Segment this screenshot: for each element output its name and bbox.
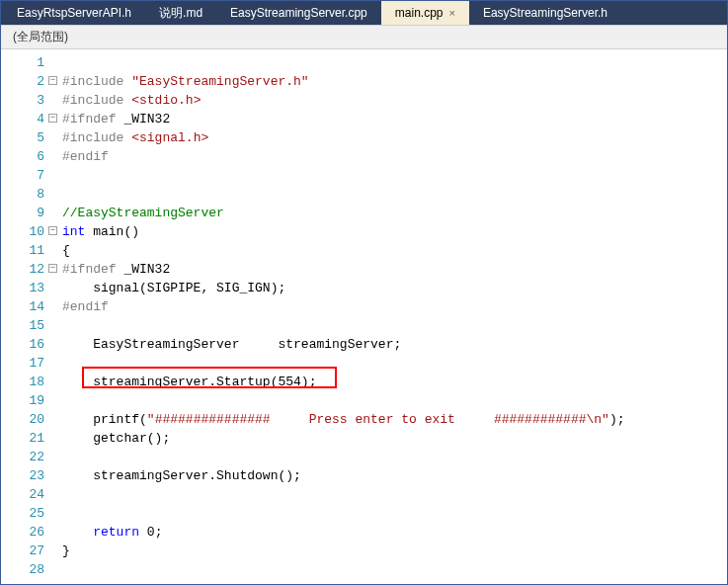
line-number: 6: [1, 147, 44, 166]
code-token: signal(SIGPIPE, SIG_IGN);: [62, 281, 285, 295]
code-line[interactable]: getchar();: [62, 429, 727, 448]
code-line[interactable]: #ifndef _WIN32: [62, 110, 727, 128]
code-token: #include: [62, 130, 131, 145]
code-token: }: [62, 543, 70, 558]
tab-EasyStreamingServer-h[interactable]: EasyStreamingServer.h: [469, 1, 621, 25]
close-icon[interactable]: ×: [449, 7, 455, 19]
line-number: 8: [1, 185, 44, 204]
code-token: #endif: [62, 299, 109, 314]
code-line[interactable]: return 0;: [62, 523, 727, 542]
code-line[interactable]: #endif: [62, 297, 727, 316]
code-token: getchar();: [62, 431, 170, 446]
line-number: 10: [1, 222, 44, 241]
line-number: 22: [1, 448, 44, 466]
code-token: );: [609, 412, 625, 427]
tab-label: 说明.md: [159, 5, 202, 22]
code-line[interactable]: #include "EasyStreamingServer.h": [62, 72, 727, 91]
code-editor[interactable]: 1234567891011121314151617181920212223242…: [1, 49, 727, 585]
code-line[interactable]: [62, 53, 727, 72]
code-token: int: [62, 224, 85, 239]
code-line[interactable]: //EasyStreamingServer: [62, 204, 727, 222]
code-token: main(): [85, 224, 139, 239]
line-number: 7: [1, 166, 44, 185]
scope-label: (全局范围): [13, 30, 68, 43]
line-number: 25: [1, 504, 44, 523]
code-line[interactable]: #ifndef _WIN32: [62, 260, 727, 279]
code-token: _WIN32: [117, 262, 171, 277]
fold-toggle-icon[interactable]: −: [48, 114, 57, 123]
code-token: [62, 525, 93, 540]
line-number: 18: [1, 373, 44, 391]
line-number: 14: [1, 297, 44, 316]
code-token: <signal.h>: [131, 130, 208, 145]
tab-label: main.cpp: [395, 6, 444, 20]
line-number: 20: [1, 410, 44, 429]
code-line[interactable]: signal(SIGPIPE, SIG_IGN);: [62, 279, 727, 297]
code-token: _WIN32: [117, 112, 171, 126]
tab-bar: EasyRtspServerAPI.h说明.mdEasyStreamingSer…: [1, 1, 727, 25]
code-token: printf(: [62, 412, 147, 427]
code-line[interactable]: #endif: [62, 147, 727, 166]
code-token: //EasyStreamingServer: [62, 206, 224, 220]
code-line[interactable]: [62, 504, 727, 523]
line-number: 2: [1, 72, 44, 91]
tab-label: EasyStreamingServer.cpp: [230, 6, 367, 20]
tab-label: EasyStreamingServer.h: [483, 6, 607, 20]
code-token: {: [62, 243, 70, 258]
line-number: 28: [1, 560, 44, 579]
code-line[interactable]: [62, 391, 727, 410]
line-number: 23: [1, 466, 44, 485]
code-line[interactable]: {: [62, 241, 727, 260]
fold-toggle-icon[interactable]: −: [48, 76, 57, 85]
tab-main-cpp[interactable]: main.cpp×: [381, 1, 469, 25]
code-line[interactable]: [62, 560, 727, 579]
code-area[interactable]: #include "EasyStreamingServer.h"#include…: [62, 49, 727, 585]
tab-EasyStreamingServer-cpp[interactable]: EasyStreamingServer.cpp: [216, 1, 381, 25]
code-token: #ifndef: [62, 112, 117, 126]
code-token: #endif: [62, 149, 109, 164]
code-line[interactable]: [62, 448, 727, 466]
line-number: 27: [1, 542, 44, 560]
line-number: 13: [1, 279, 44, 297]
code-token: #include: [62, 74, 131, 89]
code-token: streamingServer.Shutdown();: [62, 468, 301, 483]
line-number: 12: [1, 260, 44, 279]
code-line[interactable]: [62, 166, 727, 185]
code-line[interactable]: [62, 354, 727, 373]
code-token: return: [93, 525, 139, 540]
scope-dropdown[interactable]: (全局范围): [1, 25, 727, 49]
code-line[interactable]: int main(): [62, 222, 727, 241]
code-token: "EasyStreamingServer.h": [131, 74, 308, 89]
fold-toggle-icon[interactable]: −: [48, 226, 57, 235]
code-token: #include: [62, 93, 131, 108]
code-line[interactable]: #include <signal.h>: [62, 128, 727, 147]
code-token: <stdio.h>: [131, 93, 201, 108]
tab-EasyRtspServerAPI-h[interactable]: EasyRtspServerAPI.h: [3, 1, 145, 25]
line-number: 19: [1, 391, 44, 410]
line-number: 3: [1, 91, 44, 110]
fold-toggle-icon[interactable]: −: [48, 264, 57, 273]
code-line[interactable]: printf("############### Press enter to e…: [62, 410, 727, 429]
code-line[interactable]: [62, 185, 727, 204]
tab-说明-md[interactable]: 说明.md: [145, 1, 216, 25]
line-number: 15: [1, 316, 44, 335]
line-number: 9: [1, 204, 44, 222]
code-line[interactable]: [62, 316, 727, 335]
code-line[interactable]: }: [62, 542, 727, 560]
line-number: 16: [1, 335, 44, 354]
code-line[interactable]: #include <stdio.h>: [62, 91, 727, 110]
line-number: 17: [1, 354, 44, 373]
code-token: 0;: [139, 525, 162, 540]
line-number: 5: [1, 128, 44, 147]
code-line[interactable]: [62, 485, 727, 504]
line-number-gutter: 1234567891011121314151617181920212223242…: [1, 49, 62, 585]
code-token: "############### Press enter to exit ###…: [147, 412, 609, 427]
line-number: 4: [1, 110, 44, 128]
line-number: 24: [1, 485, 44, 504]
code-line[interactable]: streamingServer.Shutdown();: [62, 466, 727, 485]
code-line[interactable]: streamingServer.Startup(554);: [62, 373, 727, 391]
code-line[interactable]: EasyStreamingServer streamingServer;: [62, 335, 727, 354]
code-token: #ifndef: [62, 262, 117, 277]
code-token: EasyStreamingServer streamingServer;: [62, 337, 401, 352]
line-number: 21: [1, 429, 44, 448]
